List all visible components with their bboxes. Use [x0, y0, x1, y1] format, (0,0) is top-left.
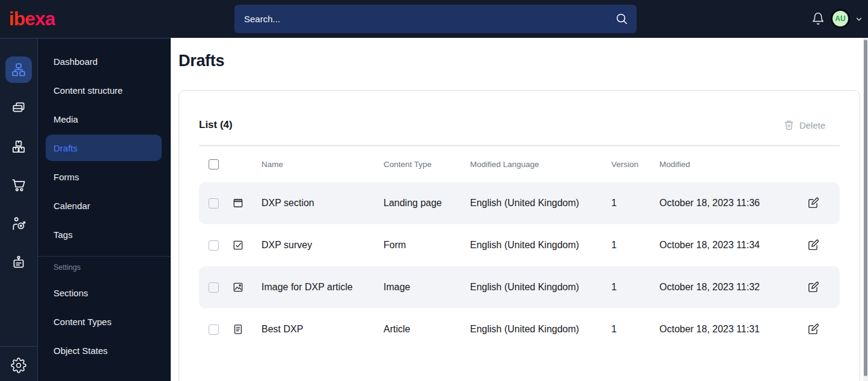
- vertical-scrollbar[interactable]: [863, 38, 868, 381]
- cell-content-type: Image: [384, 282, 470, 293]
- image-icon: [232, 281, 244, 293]
- topbar: ibexa AU: [0, 0, 868, 38]
- rail-item-content[interactable]: [0, 50, 37, 89]
- select-all-checkbox[interactable]: [209, 159, 219, 169]
- avatar-initials: AU: [835, 14, 845, 23]
- cell-name[interactable]: DXP survey: [261, 240, 384, 251]
- cell-name[interactable]: Image for DXP article: [261, 282, 384, 293]
- user-avatar[interactable]: AU: [831, 9, 850, 28]
- cell-version: 1: [611, 240, 659, 251]
- gear-icon: [11, 358, 26, 373]
- cell-content-type: Article: [384, 324, 470, 335]
- pages-icon: [11, 100, 26, 116]
- cell-version: 1: [611, 324, 659, 335]
- list-header: List (4) Delete: [199, 112, 840, 138]
- table-row[interactable]: Best DXP Article English (United Kingdom…: [199, 308, 840, 350]
- cell-language: English (United Kingdom): [470, 282, 611, 293]
- rail-item-customers[interactable]: [0, 204, 37, 243]
- cell-name[interactable]: DXP section: [261, 198, 384, 209]
- ibexa-logo: ibexa: [9, 7, 55, 31]
- edit-icon[interactable]: [807, 281, 820, 294]
- cell-language: English (United Kingdom): [470, 198, 611, 209]
- sidebar-item-label: Content structure: [53, 85, 123, 96]
- edit-icon[interactable]: [807, 239, 820, 252]
- delete-label: Delete: [799, 120, 825, 130]
- sidebar-item-media[interactable]: Media: [38, 105, 171, 133]
- sidebar-item-calendar[interactable]: Calendar: [38, 191, 171, 220]
- rail-item-badge[interactable]: [0, 243, 37, 281]
- sidebar-item-label: Calendar: [53, 201, 90, 211]
- user-menu-chevron-down-icon[interactable]: [855, 15, 863, 23]
- sidebar-item-label: Drafts: [53, 143, 78, 153]
- badge-icon: [11, 254, 26, 270]
- trash-icon: [784, 120, 794, 130]
- customer-target-icon: [11, 216, 26, 231]
- notifications-bell-icon[interactable]: [811, 12, 825, 25]
- row-checkbox[interactable]: [209, 198, 219, 209]
- edit-icon[interactable]: [807, 323, 820, 336]
- row-checkbox[interactable]: [209, 282, 219, 293]
- rail-active-highlight: [5, 56, 32, 83]
- cell-language: English (United Kingdom): [470, 240, 611, 251]
- cell-modified: October 18, 2023 11:32: [659, 282, 800, 293]
- global-search: [234, 5, 637, 33]
- table-row[interactable]: DXP section Landing page English (United…: [199, 182, 840, 224]
- col-header-modified: Modified: [659, 160, 800, 169]
- cell-modified: October 18, 2023 11:34: [659, 240, 800, 251]
- row-checkbox[interactable]: [209, 325, 219, 335]
- cart-icon: [11, 177, 26, 193]
- sidebar-item-label: Forms: [53, 172, 79, 182]
- sidebar-item-content-structure[interactable]: Content structure: [38, 76, 171, 105]
- sidebar-item-dashboard[interactable]: Dashboard: [38, 47, 171, 76]
- sidebar-item-label: Media: [53, 114, 78, 124]
- drafts-list-card: List (4) Delete Name Content Type Modifi…: [179, 90, 860, 381]
- cell-version: 1: [611, 198, 659, 209]
- form-icon: [232, 239, 244, 251]
- cell-content-type: Form: [384, 240, 470, 251]
- sidebar-item-drafts[interactable]: Drafts: [46, 135, 162, 161]
- col-header-name: Name: [261, 160, 384, 169]
- main-content: Drafts List (4) Delete Name Content Type…: [171, 38, 863, 381]
- search-input[interactable]: [234, 5, 637, 33]
- settings-heading: Settings: [38, 257, 171, 278]
- rail-item-commerce[interactable]: [0, 166, 37, 204]
- col-header-modified-language: Modified Language: [470, 160, 611, 169]
- cell-name[interactable]: Best DXP: [261, 324, 384, 335]
- cell-content-type: Landing page: [384, 198, 470, 209]
- rail-item-pages[interactable]: [0, 89, 37, 127]
- cell-modified: October 18, 2023 11:36: [659, 198, 800, 209]
- table-row[interactable]: DXP survey Form English (United Kingdom)…: [199, 224, 840, 266]
- rail-item-products[interactable]: [0, 127, 37, 166]
- table-header-row: Name Content Type Modified Language Vers…: [199, 146, 840, 182]
- sidebar-item-label: Object States: [53, 346, 108, 356]
- sidebar-item-label: Content Types: [53, 317, 111, 327]
- sidebar-item-label: Sections: [53, 288, 88, 298]
- sidebar-item-label: Tags: [53, 230, 73, 240]
- icon-rail: [0, 38, 38, 381]
- sidebar: Dashboard Content structure Media Drafts…: [0, 38, 171, 381]
- list-title: List (4): [199, 119, 233, 131]
- row-checkbox[interactable]: [209, 240, 219, 251]
- col-header-version: Version: [611, 160, 659, 169]
- rail-item-admin-settings[interactable]: [0, 352, 37, 379]
- sidebar-item-sections[interactable]: Sections: [38, 278, 171, 307]
- scrollbar-thumb[interactable]: [864, 40, 867, 376]
- sidebar-item-object-states[interactable]: Object States: [38, 336, 171, 365]
- sidebar-item-forms[interactable]: Forms: [38, 162, 171, 191]
- search-icon[interactable]: [615, 12, 628, 25]
- content-tree-icon: [11, 62, 26, 78]
- page-title: Drafts: [179, 52, 224, 70]
- table-row[interactable]: Image for DXP article Image English (Uni…: [199, 266, 840, 308]
- delete-button[interactable]: Delete: [784, 120, 825, 130]
- article-icon: [232, 323, 244, 335]
- landing-page-icon: [232, 197, 244, 209]
- sidebar-item-tags[interactable]: Tags: [38, 220, 171, 249]
- sidebar-menu: Dashboard Content structure Media Drafts…: [38, 38, 171, 381]
- app-window: ibexa AU: [0, 0, 868, 381]
- edit-icon[interactable]: [807, 197, 820, 210]
- sidebar-item-content-types[interactable]: Content Types: [38, 307, 171, 336]
- cell-version: 1: [611, 282, 659, 293]
- cell-modified: October 18, 2023 11:31: [659, 324, 800, 335]
- sidebar-item-label: Dashboard: [53, 56, 97, 67]
- rail-divider: [0, 346, 37, 347]
